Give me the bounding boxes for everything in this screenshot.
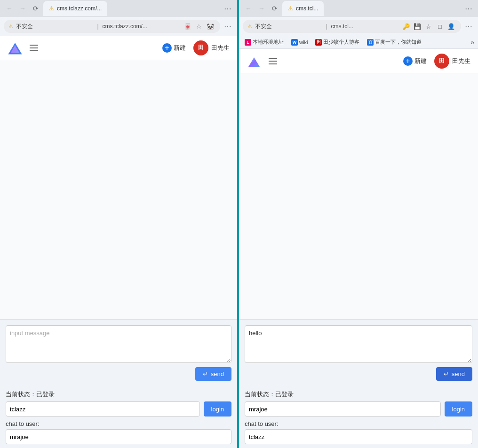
- address-bar-right[interactable]: ⚠ 不安全 | cms.tcl... 🔑 💾 ☆ □ 👤: [243, 20, 461, 33]
- bookmark-label-baidu: 百度一下，你就知道: [375, 39, 422, 46]
- bookmarks-bar-right: L 本地环境地址 W wiki 田 田少蚊个人博客 百 百度一下，你就知道 »: [239, 36, 478, 49]
- back-button-left[interactable]: ←: [4, 3, 15, 14]
- user-avatar-initials-right: 田: [439, 57, 445, 65]
- chat-to-input-right[interactable]: [245, 429, 472, 444]
- address-separator-left: |: [97, 23, 98, 30]
- security-warning-icon-left: ⚠: [8, 24, 13, 30]
- new-button-left[interactable]: + 新建: [157, 40, 191, 55]
- address-warning-text-right: 不安全: [255, 23, 322, 31]
- security-warning-icon-right: ⚠: [247, 24, 252, 30]
- chat-to-row-left: chat to user:: [6, 420, 231, 444]
- sidebar-btn-right[interactable]: □: [435, 21, 445, 31]
- send-row-left: ↵ send: [6, 367, 231, 381]
- read-mode-btn-left[interactable]: 🀄: [183, 21, 193, 31]
- status-section-left: 当前状态：已登录 login chat to user:: [0, 386, 237, 448]
- back-button-right[interactable]: ←: [243, 3, 254, 14]
- save-page-btn-right[interactable]: 💾: [412, 21, 422, 31]
- message-input-left[interactable]: [6, 325, 231, 363]
- svg-rect-4: [30, 50, 38, 51]
- login-btn-label-right: login: [452, 406, 465, 413]
- bookmark-favicon-baidu: 百: [367, 39, 374, 46]
- user-avatar-initials-left: 田: [198, 44, 204, 52]
- login-btn-label-left: login: [211, 406, 224, 413]
- user-name-right: 田先生: [452, 57, 470, 65]
- sidebar-toggle-right[interactable]: [265, 54, 280, 69]
- bookmark-baidu[interactable]: 百 百度一下，你就知道: [365, 38, 423, 47]
- send-row-right: ↵ send: [245, 367, 472, 381]
- sidebar-toggle-left[interactable]: [26, 40, 41, 55]
- tab-more-button-right[interactable]: ⋯: [463, 3, 474, 14]
- read-mode-btn-right[interactable]: 🔑: [401, 21, 411, 31]
- new-btn-icon-right: +: [403, 56, 413, 66]
- tab-bar-right: ← → ⟳ ⚠ cms.tcl... ⋯: [239, 0, 478, 17]
- chat-area-right: [239, 73, 478, 319]
- svg-rect-7: [269, 61, 277, 62]
- reload-button-left[interactable]: ⟳: [30, 3, 41, 14]
- app-content-left: + 新建 田 田先生 ↵ send 当前状态：已登录: [0, 36, 237, 448]
- tab-warning-icon-left: ⚠: [49, 5, 54, 12]
- login-button-left[interactable]: login: [204, 401, 231, 417]
- profile-btn-left[interactable]: 🐼: [205, 21, 215, 31]
- send-button-right[interactable]: ↵ send: [436, 367, 472, 381]
- send-label-left: send: [211, 370, 224, 377]
- user-name-left: 田先生: [211, 44, 230, 52]
- svg-rect-6: [269, 58, 277, 59]
- user-avatar-right[interactable]: 田: [434, 54, 449, 69]
- svg-rect-2: [30, 45, 38, 46]
- tab-warning-icon-right: ⚠: [288, 5, 293, 12]
- browser-chrome-right: ← → ⟳ ⚠ cms.tcl... ⋯ ⚠ 不安全 | cms.tcl... …: [239, 0, 478, 49]
- app-header-left: + 新建 田 田先生: [0, 36, 237, 60]
- login-button-right[interactable]: login: [445, 401, 472, 417]
- bookmark-favicon-local: L: [245, 39, 251, 46]
- tab-bar-left: ← → ⟳ ⚠ cms.tclazz.com/... ⋯: [0, 0, 237, 17]
- input-section-left: ↵ send: [0, 319, 237, 386]
- send-label-right: send: [452, 370, 465, 377]
- active-tab-left[interactable]: ⚠ cms.tclazz.com/...: [43, 1, 107, 16]
- app-logo-right: [247, 54, 262, 69]
- app-content-right: + 新建 田 田先生 hello ↵ send 当前状态：已登录: [239, 49, 478, 448]
- app-logo-left: [8, 40, 23, 55]
- tab-more-button-left[interactable]: ⋯: [222, 3, 233, 14]
- status-section-right: 当前状态：已登录 login chat to user:: [239, 386, 478, 448]
- active-tab-right[interactable]: ⚠ cms.tcl...: [282, 1, 324, 16]
- chat-to-row-right: chat to user:: [245, 420, 472, 444]
- bookmark-favicon-blog: 田: [315, 39, 322, 46]
- forward-button-left[interactable]: →: [17, 3, 28, 14]
- chat-to-label-left: chat to user:: [6, 420, 231, 427]
- address-url-text-left: cms.tclazz.com/...: [103, 23, 180, 30]
- input-section-right: hello ↵ send: [239, 319, 478, 386]
- address-bar-left[interactable]: ⚠ 不安全 | cms.tclazz.com/... 🀄 ☆ 🐼: [4, 20, 220, 33]
- message-input-right[interactable]: hello: [245, 325, 472, 363]
- address-actions-left: 🀄 ☆ 🐼: [183, 21, 215, 31]
- app-header-right: + 新建 田 田先生: [239, 49, 478, 73]
- chat-to-label-right: chat to user:: [245, 420, 472, 427]
- more-options-btn-left[interactable]: ⋯: [222, 21, 233, 32]
- login-input-left[interactable]: [6, 401, 200, 417]
- user-avatar-left[interactable]: 田: [193, 40, 208, 55]
- bookmark-wiki[interactable]: W wiki: [289, 38, 310, 47]
- browser-window-left: ← → ⟳ ⚠ cms.tclazz.com/... ⋯ ⚠ 不安全 | cms…: [0, 0, 239, 448]
- forward-button-right[interactable]: →: [256, 3, 267, 14]
- login-input-right[interactable]: [245, 401, 441, 417]
- address-actions-right: 🔑 💾 ☆ □ 👤: [401, 21, 456, 31]
- address-separator-right: |: [326, 23, 327, 30]
- more-options-btn-right[interactable]: ⋯: [463, 21, 474, 32]
- new-btn-icon-left: +: [162, 43, 172, 53]
- send-icon-right: ↵: [444, 370, 449, 377]
- new-button-right[interactable]: + 新建: [398, 54, 432, 69]
- status-text-left: 当前状态：已登录: [6, 390, 231, 399]
- bookmark-blog[interactable]: 田 田少蚊个人博客: [313, 38, 361, 47]
- bookmark-btn-left[interactable]: ☆: [194, 21, 204, 31]
- bookmark-local[interactable]: L 本地环境地址: [243, 38, 286, 47]
- profile-btn-right[interactable]: 👤: [446, 21, 456, 31]
- send-button-left[interactable]: ↵ send: [195, 367, 231, 381]
- bookmark-btn-right[interactable]: ☆: [423, 21, 434, 31]
- svg-marker-5: [248, 57, 260, 67]
- bookmark-label-wiki: wiki: [299, 39, 308, 45]
- bookmark-label-blog: 田少蚊个人博客: [323, 39, 359, 46]
- svg-marker-1: [9, 44, 21, 54]
- chat-to-input-left[interactable]: [6, 429, 231, 444]
- address-bar-row-right: ⚠ 不安全 | cms.tcl... 🔑 💾 ☆ □ 👤 ⋯: [239, 17, 478, 36]
- bookmarks-more-btn[interactable]: »: [470, 39, 474, 46]
- reload-button-right[interactable]: ⟳: [269, 3, 280, 14]
